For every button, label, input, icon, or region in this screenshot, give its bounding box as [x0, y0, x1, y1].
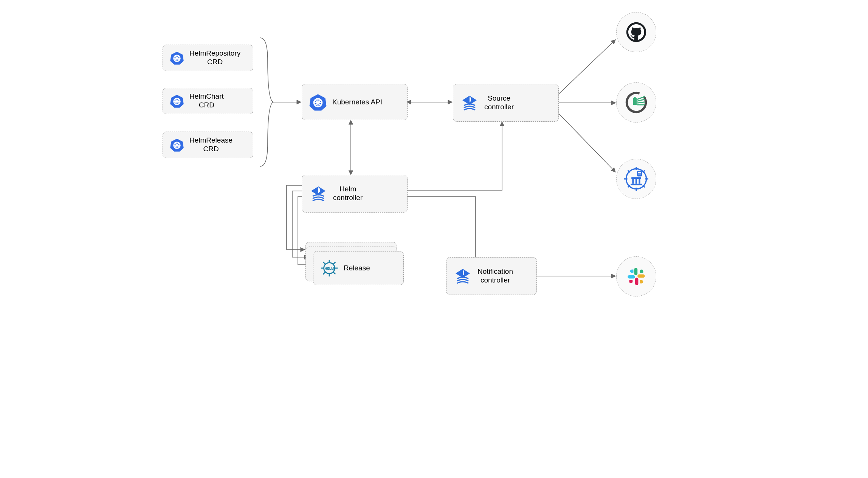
svg-rect-69: [638, 174, 641, 174]
helm-controller-node: Helmcontroller: [302, 175, 408, 213]
ext-github: [616, 12, 656, 52]
svg-rect-78: [628, 275, 635, 279]
svg-rect-86: [629, 280, 633, 282]
k8s-label: Kubernetes API: [332, 98, 382, 107]
crd-label: HelmReleaseCRD: [189, 136, 232, 154]
crd-label: HelmChartCRD: [189, 92, 224, 110]
kubernetes-api-node: Kubernetes API: [302, 84, 408, 120]
source-label: Sourcecontroller: [484, 94, 514, 112]
svg-rect-70: [631, 177, 641, 179]
github-icon: [626, 22, 647, 43]
release-stack: HELM Release: [305, 242, 404, 287]
slack-icon: [626, 266, 646, 287]
flux-icon: [460, 93, 479, 112]
kubernetes-icon: [170, 51, 184, 65]
svg-line-56: [637, 102, 645, 103]
notif-label: Notificationcontroller: [477, 267, 513, 285]
svg-rect-80: [632, 270, 633, 273]
svg-rect-72: [636, 179, 637, 184]
crd-label: HelmRepositoryCRD: [189, 49, 240, 67]
flux-icon: [309, 184, 328, 203]
ext-harbor: [616, 82, 656, 123]
ext-slack: [616, 256, 656, 296]
release-label: Release: [344, 264, 370, 273]
svg-rect-82: [640, 271, 643, 273]
svg-rect-68: [638, 172, 641, 173]
flux-icon: [453, 267, 472, 286]
svg-line-46: [323, 262, 326, 264]
svg-rect-84: [640, 280, 642, 284]
harbor-icon: [625, 91, 648, 114]
crd-helmchart: HelmChartCRD: [163, 88, 253, 114]
source-controller-node: Sourcecontroller: [453, 84, 559, 122]
svg-rect-75: [634, 268, 638, 275]
svg-rect-73: [639, 179, 640, 184]
helm-icon: HELM: [320, 259, 338, 277]
museum-icon: [624, 167, 648, 191]
svg-line-49: [323, 272, 326, 275]
svg-rect-67: [637, 171, 642, 177]
svg-line-55: [637, 99, 645, 101]
kubernetes-icon: [309, 93, 327, 111]
svg-rect-76: [637, 275, 645, 278]
svg-rect-71: [632, 179, 634, 184]
crd-helmrelease: HelmReleaseCRD: [163, 132, 253, 158]
svg-line-47: [333, 272, 336, 275]
kubernetes-icon: [170, 94, 184, 108]
svg-rect-74: [631, 184, 642, 185]
kubernetes-icon: [170, 138, 184, 152]
crd-helmrepository: HelmRepositoryCRD: [163, 45, 253, 71]
ext-chartmuseum: [616, 159, 656, 199]
helm-label: Helmcontroller: [333, 185, 363, 202]
svg-line-3: [555, 40, 615, 98]
svg-rect-77: [635, 278, 639, 285]
svg-marker-53: [633, 96, 637, 105]
notification-controller-node: Notificationcontroller: [446, 257, 537, 295]
svg-line-48: [333, 262, 336, 264]
svg-line-5: [555, 110, 615, 172]
svg-text:HELM: HELM: [325, 267, 334, 270]
